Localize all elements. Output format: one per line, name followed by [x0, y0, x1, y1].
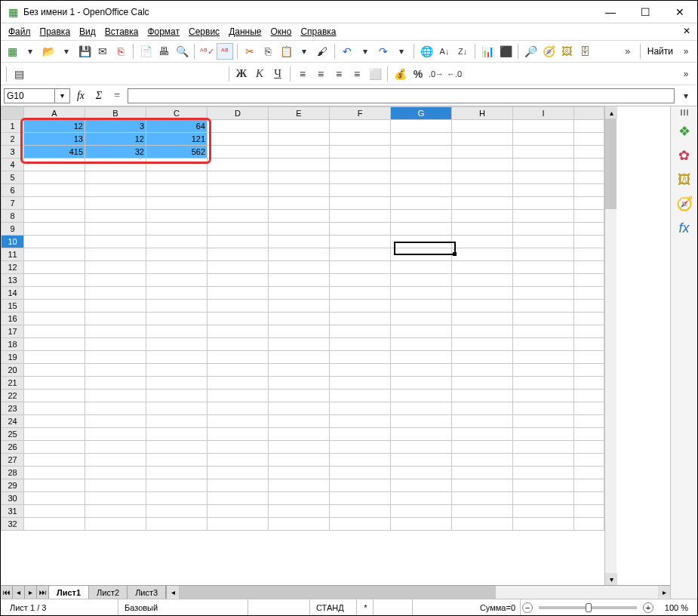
cell-E29[interactable] — [269, 479, 330, 492]
cell-G15[interactable] — [391, 300, 452, 313]
cell-D17[interactable] — [208, 325, 269, 338]
cell-H13[interactable] — [452, 274, 513, 287]
cell-F13[interactable] — [330, 274, 391, 287]
cell-H20[interactable] — [452, 364, 513, 377]
new-doc-dropdown[interactable]: ▾ — [22, 43, 38, 60]
row-header-15[interactable]: 15 — [2, 300, 24, 313]
properties-icon[interactable]: ❖ — [675, 122, 694, 141]
cell-E8[interactable] — [269, 210, 330, 223]
cell-C11[interactable] — [146, 248, 208, 261]
name-box[interactable]: ▾ — [4, 88, 70, 103]
cell-H14[interactable] — [452, 287, 513, 300]
cell-B22[interactable] — [85, 390, 146, 402]
vscroll-track[interactable] — [605, 119, 617, 573]
cell-F32[interactable] — [330, 518, 391, 531]
cell-G12[interactable] — [391, 261, 452, 274]
cell-H18[interactable] — [452, 338, 513, 351]
cell-B30[interactable] — [85, 492, 146, 505]
cell-G24[interactable] — [391, 415, 452, 428]
row-header-27[interactable]: 27 — [2, 454, 24, 467]
cell-G26[interactable] — [391, 441, 452, 454]
cell-I15[interactable] — [513, 300, 574, 313]
cell-D20[interactable] — [208, 364, 269, 377]
cell-A12[interactable] — [24, 261, 85, 274]
row-header-28[interactable]: 28 — [2, 467, 24, 479]
cell-I16[interactable] — [513, 313, 574, 325]
cell-A7[interactable] — [24, 197, 85, 210]
sort-asc-button[interactable]: A↓ — [436, 43, 453, 60]
cell-G8[interactable] — [391, 210, 452, 223]
cell-I2[interactable] — [513, 133, 574, 146]
cell-E7[interactable] — [269, 197, 330, 210]
paste-button[interactable]: 📋 — [278, 43, 294, 60]
cell-F30[interactable] — [330, 492, 391, 505]
cell-H11[interactable] — [452, 248, 513, 261]
datasources-button[interactable]: 🗄 — [577, 43, 593, 60]
cell-G28[interactable] — [391, 467, 452, 479]
cell-I26[interactable] — [513, 441, 574, 454]
cell-F22[interactable] — [330, 390, 391, 402]
cell-H24[interactable] — [452, 415, 513, 428]
cell-G32[interactable] — [391, 518, 452, 531]
cell-F3[interactable] — [330, 146, 391, 159]
cell-D4[interactable] — [208, 159, 269, 171]
cell-F9[interactable] — [330, 223, 391, 236]
cell-C29[interactable] — [146, 479, 208, 492]
cell-E32[interactable] — [269, 518, 330, 531]
cell-B24[interactable] — [85, 415, 146, 428]
row-header-9[interactable]: 9 — [2, 223, 24, 236]
cell-A19[interactable] — [24, 351, 85, 364]
cell-H27[interactable] — [452, 454, 513, 467]
cell-C13[interactable] — [146, 274, 208, 287]
cell-D25[interactable] — [208, 428, 269, 441]
cell-I4[interactable] — [513, 159, 574, 171]
cell-A13[interactable] — [24, 274, 85, 287]
cell-D14[interactable] — [208, 287, 269, 300]
cell-G16[interactable] — [391, 313, 452, 325]
cell-C21[interactable] — [146, 377, 208, 390]
cell-I8[interactable] — [513, 210, 574, 223]
menu-window[interactable]: Окно — [266, 25, 296, 38]
cell-A22[interactable] — [24, 390, 85, 402]
gallery-icon[interactable]: 🖼 — [675, 170, 694, 189]
cell-D16[interactable] — [208, 313, 269, 325]
cell-C12[interactable] — [146, 261, 208, 274]
cell-G18[interactable] — [391, 338, 452, 351]
horizontal-scrollbar[interactable]: ◂ ▸ — [166, 586, 670, 599]
cell-H25[interactable] — [452, 428, 513, 441]
row-header-1[interactable]: 1 — [2, 120, 24, 133]
cell-E9[interactable] — [269, 223, 330, 236]
save-button[interactable]: 💾 — [76, 43, 93, 60]
cell-E23[interactable] — [269, 402, 330, 415]
cell-I31[interactable] — [513, 505, 574, 518]
cell-C10[interactable] — [146, 236, 208, 248]
print-button[interactable]: 🖶 — [155, 43, 172, 60]
menu-format[interactable]: Формат — [143, 25, 184, 38]
cell-C27[interactable] — [146, 454, 208, 467]
row-header-26[interactable]: 26 — [2, 441, 24, 454]
cell-A23[interactable] — [24, 402, 85, 415]
cell-A20[interactable] — [24, 364, 85, 377]
cell-G7[interactable] — [391, 197, 452, 210]
cell-I5[interactable] — [513, 171, 574, 184]
cell-D21[interactable] — [208, 377, 269, 390]
tab-next-button[interactable]: ▸ — [25, 586, 37, 599]
cell-D2[interactable] — [208, 133, 269, 146]
cell-C2[interactable]: 121 — [146, 133, 208, 146]
row-header-5[interactable]: 5 — [2, 171, 24, 184]
undo-button[interactable]: ↶ — [339, 43, 355, 60]
sum-button[interactable]: Σ — [91, 88, 106, 103]
cell-A26[interactable] — [24, 441, 85, 454]
cell-G21[interactable] — [391, 377, 452, 390]
cell-G2[interactable] — [391, 133, 452, 146]
styles-button[interactable]: ▤ — [11, 66, 27, 82]
col-header-A[interactable]: A — [24, 107, 85, 120]
row-header-2[interactable]: 2 — [2, 133, 24, 146]
scroll-up-button[interactable]: ▴ — [605, 106, 617, 119]
cell-D28[interactable] — [208, 467, 269, 479]
hscroll-track[interactable] — [179, 586, 658, 599]
cell-B28[interactable] — [85, 467, 146, 479]
cell-I19[interactable] — [513, 351, 574, 364]
cell-D22[interactable] — [208, 390, 269, 402]
cell-H29[interactable] — [452, 479, 513, 492]
